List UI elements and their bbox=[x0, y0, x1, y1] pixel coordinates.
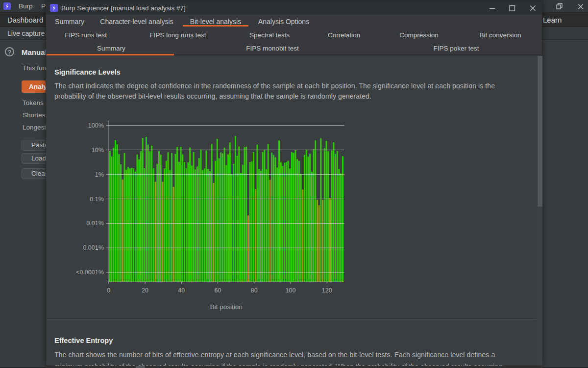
bar-bit-22 bbox=[149, 151, 150, 282]
bar-bit-7 bbox=[122, 180, 123, 282]
tab-bit-conversion[interactable]: Bit conversion bbox=[480, 28, 521, 42]
tab-compression[interactable]: Compression bbox=[399, 28, 439, 42]
bar-bit-68 bbox=[233, 164, 234, 282]
bar-bit-113 bbox=[315, 140, 316, 282]
bar-bit-111 bbox=[311, 172, 313, 282]
bar-bit-125 bbox=[337, 151, 338, 282]
bar-bit-57 bbox=[213, 183, 214, 282]
bar-bit-71 bbox=[238, 146, 240, 282]
bar-bit-40 bbox=[182, 155, 183, 282]
tab-correlation[interactable]: Correlation bbox=[328, 28, 360, 42]
bar-bit-86 bbox=[266, 169, 267, 282]
tab-spectral-tests[interactable]: Spectral tests bbox=[249, 28, 290, 42]
bar-bit-80 bbox=[255, 189, 256, 282]
bar-bit-89 bbox=[271, 153, 272, 282]
bar-bit-24 bbox=[153, 168, 154, 282]
significance-levels-chart: 100%10%1%0.1%0.01%0.001%<0.0001%02040608… bbox=[47, 101, 537, 317]
significance-text-line2: probability of the observed bit-level re… bbox=[54, 92, 371, 100]
bar-bit-69 bbox=[235, 136, 236, 282]
y-tick-label: 100% bbox=[88, 122, 104, 129]
bar-bit-48 bbox=[196, 166, 198, 282]
tab-analysis-options[interactable]: Analysis Options bbox=[258, 15, 309, 28]
bar-bit-82 bbox=[258, 169, 260, 282]
tab-summary[interactable]: Summary bbox=[97, 42, 125, 55]
bar-bit-81 bbox=[256, 145, 258, 282]
bar-bit-19 bbox=[144, 168, 145, 282]
bar-bit-54 bbox=[207, 169, 209, 282]
bar-bit-98 bbox=[288, 161, 289, 282]
y-tick-label: 0.1% bbox=[90, 196, 104, 203]
bar-bit-83 bbox=[260, 171, 262, 282]
bar-bit-29 bbox=[162, 182, 163, 282]
help-icon[interactable]: ? bbox=[5, 47, 14, 56]
maximize-button[interactable] bbox=[504, 1, 520, 15]
y-tick-label: 0.01% bbox=[86, 220, 103, 227]
tab-fips-monobit-test[interactable]: FIPS monobit test bbox=[246, 42, 298, 55]
close-button[interactable] bbox=[524, 1, 541, 15]
tab-character-level-analysis[interactable]: Character-level analysis bbox=[100, 15, 173, 28]
bar-bit-104 bbox=[298, 161, 300, 282]
bar-bit-107 bbox=[304, 155, 305, 282]
bar-bit-70 bbox=[237, 156, 238, 282]
x-tick-label: 40 bbox=[178, 287, 185, 294]
paste-button[interactable]: Paste bbox=[22, 140, 46, 151]
load-button[interactable]: Load ... bbox=[22, 153, 46, 164]
bar-bit-92 bbox=[276, 168, 278, 282]
clear-button[interactable]: Clear bbox=[22, 168, 46, 179]
tab-fips-poker-test[interactable]: FIPS poker test bbox=[433, 42, 479, 55]
x-tick-label: 0 bbox=[107, 287, 110, 294]
manual-load-panel: ? Manual load This function allows you t… bbox=[0, 0, 46, 368]
bar-bit-115 bbox=[318, 205, 320, 282]
tab-summary[interactable]: Summary bbox=[55, 15, 84, 28]
close-icon[interactable] bbox=[578, 4, 583, 9]
x-tick-label: 60 bbox=[215, 287, 221, 294]
bar-bit-122 bbox=[331, 151, 333, 282]
bar-bit-121 bbox=[329, 198, 331, 282]
x-tick-label: 100 bbox=[286, 287, 296, 294]
bar-bit-124 bbox=[335, 154, 336, 282]
bar-bit-96 bbox=[284, 163, 285, 282]
selected-subtab-underline bbox=[47, 54, 174, 55]
bar-bit-74 bbox=[244, 147, 245, 282]
analyze-now-button[interactable]: Analyze now bbox=[22, 80, 46, 93]
bar-bit-23 bbox=[151, 146, 152, 282]
bar-bit-42 bbox=[186, 168, 187, 282]
scrollbar-thumb[interactable] bbox=[538, 56, 542, 207]
tab-learn[interactable]: Learn bbox=[543, 13, 562, 27]
bar-bit-33 bbox=[169, 170, 171, 282]
bar-bit-13 bbox=[133, 168, 134, 282]
dialog-title-bar[interactable]: Burp Sequencer [manual load analysis #7] bbox=[46, 1, 542, 15]
bar-bit-126 bbox=[339, 169, 340, 282]
bar-bit-78 bbox=[251, 161, 252, 282]
bar-bit-117 bbox=[322, 200, 323, 282]
bar-bit-58 bbox=[215, 161, 216, 282]
bar-bit-91 bbox=[275, 158, 276, 282]
bar-bit-9 bbox=[125, 170, 127, 282]
bar-bit-50 bbox=[200, 150, 201, 282]
bar-bit-32 bbox=[168, 152, 169, 282]
tab-fips-runs-test[interactable]: FIPS runs test bbox=[65, 28, 107, 42]
x-axis-title: Bit position bbox=[210, 303, 243, 311]
bar-bit-119 bbox=[326, 141, 327, 282]
bar-bit-35 bbox=[173, 187, 174, 282]
bar-bit-93 bbox=[278, 140, 280, 282]
bar-bit-39 bbox=[180, 147, 182, 282]
main-window-controls[interactable] bbox=[543, 0, 588, 13]
bar-bit-103 bbox=[296, 159, 298, 282]
vertical-scrollbar[interactable] bbox=[538, 56, 542, 366]
analysis-tab-bar: SummaryCharacter-level analysisBit-level… bbox=[46, 15, 542, 28]
bar-bit-77 bbox=[249, 162, 251, 282]
bar-bit-55 bbox=[209, 171, 211, 282]
tab-fips-long-runs-test[interactable]: FIPS long runs test bbox=[150, 28, 206, 42]
bar-bit-18 bbox=[142, 138, 144, 282]
minimize-button[interactable] bbox=[484, 1, 500, 15]
bar-bit-128 bbox=[342, 156, 343, 282]
dialog-bottom-shadow bbox=[46, 366, 542, 368]
bar-bit-47 bbox=[195, 169, 196, 282]
restore-icon[interactable] bbox=[557, 3, 562, 9]
y-tick-label: <0.0001% bbox=[76, 269, 104, 276]
bar-bit-27 bbox=[158, 151, 160, 282]
x-tick-label: 80 bbox=[251, 287, 258, 294]
bar-bit-112 bbox=[313, 149, 315, 282]
taskbar-item[interactable] bbox=[136, 366, 145, 368]
